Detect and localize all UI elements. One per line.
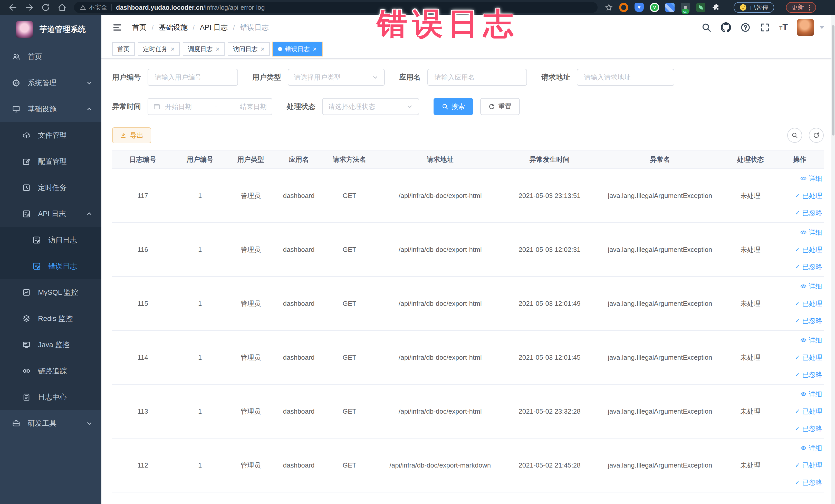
reload-icon[interactable] [41,3,50,12]
filter-row-1: 用户编号 用户类型 请选择用户类型 应用名 请求地址 [112,69,824,86]
user-type-select[interactable]: 请选择用户类型 [288,69,385,86]
sidebar-item-infrastructure[interactable]: 基础设施 [0,96,101,122]
fullscreen-icon[interactable] [760,22,770,33]
close-icon[interactable]: × [313,46,317,53]
action-detail[interactable]: 详细 [800,282,822,291]
extension-leaf-icon[interactable] [696,3,705,12]
font-size-icon[interactable]: TT [779,22,788,33]
help-icon[interactable] [740,22,751,33]
page-scrollbar[interactable] [831,15,835,504]
tab-scheduled-tasks[interactable]: 定时任务× [138,42,180,56]
action-processed[interactable]: ✓已处理 [795,353,822,362]
sidebar-item-java-monitor[interactable]: Java 监控 [0,332,101,358]
sidebar-item-file-mgmt[interactable]: 文件管理 [0,122,101,148]
close-icon[interactable]: × [216,46,220,53]
extension-switch-icon[interactable]: ≡on [681,3,690,12]
peoples-icon [12,53,21,61]
profile-paused-pill[interactable]: 已暂停 [734,2,774,13]
action-ignored[interactable]: ✓已忽略 [795,208,822,218]
action-detail[interactable]: 详细 [800,444,822,452]
app-logo-row[interactable]: 芋道管理系统 [0,15,101,44]
scrollbar-thumb[interactable] [832,25,834,136]
breadcrumb-item[interactable]: 基础设施 [159,23,188,32]
sidebar-item-home[interactable]: 首页 [0,44,101,70]
cell-url: /api/infra/db-doc/export-html [376,192,504,200]
breadcrumb-item[interactable]: 首页 [132,23,147,32]
forward-icon[interactable] [25,3,34,12]
action-detail[interactable]: 详细 [800,336,822,345]
sidebar-item-mysql-monitor[interactable]: MySQL 监控 [0,279,101,305]
action-ignored[interactable]: ✓已忽略 [795,262,822,271]
cell-user_type: 管理员 [227,245,274,254]
extension-grid-icon[interactable] [665,3,675,12]
chrome-update-button[interactable]: 更新 [786,2,816,13]
avatar[interactable] [797,19,814,36]
sidebar-item-redis-monitor[interactable]: Redis 监控 [0,305,101,332]
github-icon[interactable] [721,22,731,33]
browser-menu-icon[interactable] [809,5,810,11]
tab-home[interactable]: 首页 [112,42,135,56]
address-bar[interactable]: 不安全 dashboard.yudao.iocoder.cn /infra/lo… [74,2,597,13]
sidebar-item-scheduled-tasks[interactable]: 定时任务 [0,175,101,201]
sidebar-item-error-log[interactable]: 错误日志 [0,253,101,279]
back-icon[interactable] [8,3,18,12]
sidebar-item-access-log[interactable]: 访问日志 [0,227,101,253]
action-detail[interactable]: 详细 [800,174,822,183]
cell-user_id: 1 [173,407,227,416]
toggle-search-button[interactable] [787,128,802,143]
action-processed[interactable]: ✓已处理 [795,407,822,416]
action-ignored[interactable]: ✓已忽略 [795,424,822,433]
tab-schedule-log[interactable]: 调度日志× [183,42,225,56]
breadcrumb-item[interactable]: API 日志 [200,23,228,32]
request-url-input[interactable] [577,69,674,86]
action-detail[interactable]: 详细 [800,228,822,237]
sidebar-item-config-mgmt[interactable]: 配置管理 [0,148,101,175]
extension-v-icon[interactable]: V [650,3,659,12]
table-row: 1131管理员dashboardGET/api/infra/db-doc/exp… [112,385,824,439]
action-processed[interactable]: ✓已处理 [795,299,822,308]
refresh-button[interactable] [809,128,824,143]
action-ignored[interactable]: ✓已忽略 [795,316,822,325]
smiley-avatar-icon [739,4,747,11]
action-ignored[interactable]: ✓已忽略 [795,370,822,379]
export-button[interactable]: 导出 [112,127,151,143]
bookmark-star-icon[interactable] [605,3,613,12]
extensions-puzzle-icon[interactable] [712,3,721,12]
user-menu-caret-icon[interactable] [820,26,824,29]
action-processed[interactable]: ✓已处理 [795,461,822,470]
action-detail[interactable]: 详细 [800,390,822,399]
chevron-down-icon [372,74,379,81]
user-id-input[interactable] [148,69,238,86]
sidebar-item-system-mgmt[interactable]: 系统管理 [0,70,101,96]
close-icon[interactable]: × [261,46,264,53]
home-icon[interactable] [58,3,67,12]
check-icon: ✓ [795,371,800,378]
reset-button[interactable]: 重置 [480,98,520,115]
user-id-label: 用户编号 [112,73,141,82]
sidebar-item-log-center[interactable]: 日志中心 [0,384,101,410]
col-user-id: 用户编号 [173,155,227,164]
active-dot [278,47,282,51]
action-processed[interactable]: ✓已处理 [795,191,822,200]
tab-error-log[interactable]: 错误日志× [273,42,322,56]
extension-shield-icon[interactable]: ▼ [634,3,644,12]
app-name-input[interactable] [427,69,527,86]
sidebar-item-dev-tools[interactable]: 研发工具 [0,410,101,437]
col-app-name: 应用名 [274,155,323,164]
action-ignored[interactable]: ✓已忽略 [795,478,822,487]
action-processed[interactable]: ✓已处理 [795,245,822,254]
insecure-label[interactable]: 不安全 [89,3,107,12]
search-button[interactable]: 搜索 [433,98,473,115]
tab-access-log[interactable]: 访问日志× [228,42,269,56]
close-icon[interactable]: × [171,46,175,53]
search-icon[interactable] [701,22,712,33]
status-select[interactable]: 请选择处理状态 [322,98,419,115]
date-range-picker[interactable]: 开始日期 - 结束日期 [148,98,272,115]
sidebar-toggle-icon[interactable] [112,22,122,33]
extension-orange-icon[interactable] [619,3,628,12]
sidebar-item-trace[interactable]: 链路追踪 [0,358,101,384]
check-icon: ✓ [795,354,800,361]
cell-user_id: 1 [173,461,227,469]
sidebar-item-api-log[interactable]: API 日志 [0,201,101,227]
table-body: 1171管理员dashboardGET/api/infra/db-doc/exp… [112,169,824,492]
